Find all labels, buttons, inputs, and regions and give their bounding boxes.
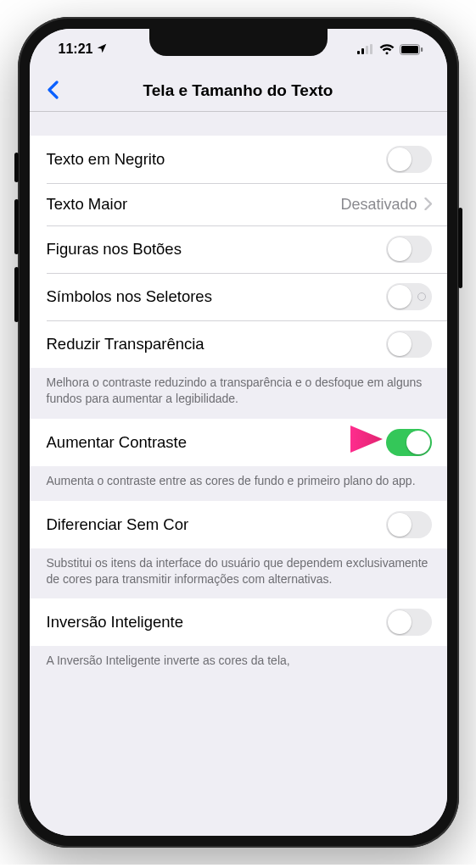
- toggle-onoff-labels[interactable]: [386, 283, 432, 310]
- footer-reduce-transparency: Melhora o contraste reduzindo a transpar…: [30, 368, 447, 419]
- settings-group-1: Texto em Negrito Texto Maior Desativado …: [30, 136, 447, 368]
- row-button-shapes[interactable]: Figuras nos Botões: [30, 225, 447, 273]
- row-label: Inversão Inteligente: [47, 613, 183, 632]
- content: Texto em Negrito Texto Maior Desativado …: [30, 112, 447, 836]
- settings-group-3: Diferenciar Sem Cor: [30, 501, 447, 548]
- footer-increase-contrast: Aumenta o contraste entre as cores de fu…: [30, 466, 447, 501]
- toggle-smart-invert[interactable]: [386, 609, 432, 636]
- cellular-icon: [357, 44, 374, 54]
- navigation-bar: Tela e Tamanho do Texto: [30, 70, 447, 112]
- row-smart-invert[interactable]: Inversão Inteligente: [30, 598, 447, 646]
- notch: [149, 29, 328, 56]
- device-frame: 11:21: [18, 17, 459, 848]
- footer-smart-invert: A Inversão Inteligente inverte as cores …: [30, 646, 447, 669]
- row-value: Desativado: [340, 196, 417, 214]
- svg-rect-2: [366, 46, 368, 54]
- status-time: 11:21: [59, 42, 93, 57]
- svg-rect-5: [401, 46, 418, 53]
- side-button-power: [458, 208, 462, 288]
- screen: 11:21: [30, 29, 447, 836]
- svg-rect-1: [361, 48, 364, 54]
- location-icon: [96, 42, 108, 57]
- row-label: Texto Maior: [47, 195, 128, 214]
- side-button-volume-down: [14, 267, 19, 322]
- settings-group-4: Inversão Inteligente: [30, 598, 447, 646]
- row-larger-text[interactable]: Texto Maior Desativado: [30, 183, 447, 225]
- svg-rect-0: [357, 51, 360, 54]
- toggle-increase-contrast[interactable]: [386, 429, 432, 456]
- row-label: Aumentar Contraste: [47, 433, 188, 452]
- row-reduce-transparency[interactable]: Reduzir Transparência: [30, 320, 447, 368]
- row-label: Reduzir Transparência: [47, 335, 204, 353]
- row-differentiate-without-color[interactable]: Diferenciar Sem Cor: [30, 501, 447, 548]
- page-title: Tela e Tamanho do Texto: [143, 81, 333, 100]
- toggle-bold-text[interactable]: [386, 146, 432, 173]
- row-label: Figuras nos Botões: [47, 240, 182, 259]
- row-onoff-labels[interactable]: Símbolos nos Seletores: [30, 273, 447, 320]
- row-bold-text[interactable]: Texto em Negrito: [30, 136, 447, 183]
- toggle-reduce-transparency[interactable]: [386, 331, 432, 358]
- toggle-button-shapes[interactable]: [386, 236, 432, 263]
- wifi-icon: [379, 44, 395, 55]
- toggle-differentiate-without-color[interactable]: [386, 511, 432, 538]
- row-label: Texto em Negrito: [47, 150, 165, 169]
- svg-rect-3: [370, 44, 372, 54]
- side-button-volume-up: [14, 199, 19, 254]
- svg-rect-6: [421, 47, 423, 52]
- side-button-silence: [14, 153, 19, 182]
- footer-differentiate-without-color: Substitui os itens da interface do usuár…: [30, 548, 447, 599]
- row-label: Diferenciar Sem Cor: [47, 515, 189, 534]
- row-label: Símbolos nos Seletores: [47, 287, 212, 306]
- back-button[interactable]: [40, 78, 65, 103]
- settings-group-2: Aumentar Contraste: [30, 419, 447, 466]
- chevron-right-icon: [424, 195, 432, 214]
- battery-icon: [400, 44, 423, 55]
- row-increase-contrast[interactable]: Aumentar Contraste: [30, 419, 447, 466]
